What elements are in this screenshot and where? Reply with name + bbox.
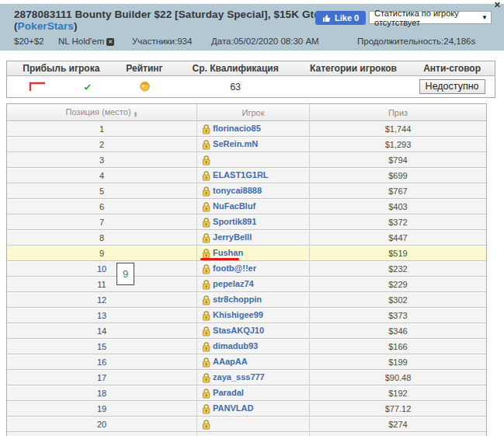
column-header-prize[interactable]: Приз bbox=[309, 104, 486, 121]
lock-icon bbox=[202, 342, 210, 352]
player-link[interactable]: NuFacBluf bbox=[213, 201, 255, 211]
buyin-value: $20+$2 bbox=[14, 37, 44, 46]
lock-icon bbox=[202, 280, 210, 290]
prize-cell: $447 bbox=[309, 230, 486, 246]
rating-cell bbox=[116, 76, 174, 97]
anti-collusion-button[interactable]: Недоступно bbox=[419, 79, 485, 94]
position-cell: 13 bbox=[7, 308, 196, 323]
player-link[interactable]: pepelaz74 bbox=[213, 279, 254, 288]
results-table: Позиция (место)▲▼ Игрок Приз 1 florinaci… bbox=[6, 103, 487, 436]
thumb-up-icon bbox=[322, 14, 331, 23]
lock-icon bbox=[202, 140, 210, 150]
column-header-position[interactable]: Позиция (место)▲▼ bbox=[7, 104, 196, 121]
lock-icon bbox=[202, 218, 210, 228]
lock-icon bbox=[202, 326, 210, 337]
position-cell: 3 bbox=[7, 152, 196, 168]
table-row: 10 footb@!!er $232 bbox=[7, 261, 486, 277]
position-cell: 15 bbox=[7, 339, 196, 354]
lock-icon bbox=[202, 373, 210, 383]
tournament-title: 2878083111 Bounty Builder $22 [Saturday … bbox=[14, 9, 325, 32]
table-row: 9 Fushan $519 bbox=[7, 246, 486, 261]
results-table-body: 1 florinacio85 $1,744 2 SeRein.mN $1,293… bbox=[7, 121, 486, 436]
table-row: 17 zaya_sss777 $90.48 bbox=[7, 370, 486, 385]
position-cell: 8 bbox=[7, 230, 196, 246]
player-link[interactable]: Khishigee99 bbox=[213, 310, 263, 319]
prize-cell: $302 bbox=[309, 292, 486, 308]
player-link[interactable]: florinacio85 bbox=[213, 124, 261, 133]
partial-row bbox=[7, 432, 486, 436]
profit-line-icon bbox=[29, 79, 46, 94]
lock-icon bbox=[202, 358, 210, 368]
table-row: 13 Khishigee99 $373 bbox=[7, 308, 486, 323]
lock-icon bbox=[202, 171, 210, 181]
lock-icon bbox=[202, 311, 210, 321]
facebook-like-button[interactable]: Like 0 bbox=[315, 11, 366, 25]
player-stats-dropdown[interactable]: Статистика по игроку отсутствует ▼ bbox=[369, 11, 492, 24]
table-row: 12 str8choppin $302 bbox=[7, 292, 486, 308]
position-cell: 11 bbox=[7, 277, 196, 292]
categories-cell bbox=[297, 76, 409, 97]
table-row: 8 JerryBelll $447 bbox=[7, 230, 486, 246]
pokerstars-link[interactable]: PokerStars bbox=[18, 20, 74, 32]
table-row: 2 SeRein.mN $1,293 bbox=[7, 137, 486, 152]
prize-cell: $232 bbox=[309, 261, 486, 277]
table-row: 11 pepelaz74 $229 bbox=[7, 277, 486, 292]
prize-cell: $767 bbox=[309, 183, 486, 199]
lock-icon bbox=[202, 187, 210, 197]
player-summary-table: Прибыль игрока Рейтинг Ср. Квалификация … bbox=[6, 61, 495, 98]
table-row: 7 Sportik891 $372 bbox=[7, 215, 486, 230]
table-row: 18 Paradal $192 bbox=[7, 385, 486, 401]
summary-col-categories: Категории игроков bbox=[297, 61, 409, 76]
participants-value: Участники:934 bbox=[132, 37, 192, 46]
player-link[interactable]: StasAKQJ10 bbox=[213, 326, 264, 335]
date-value: Дата:05/02/2020 08:30 AM bbox=[211, 37, 319, 46]
close-icon[interactable]: ✕ bbox=[494, 1, 501, 9]
player-link[interactable]: Paradal bbox=[213, 388, 244, 397]
lock-icon bbox=[202, 295, 210, 305]
prize-cell: $199 bbox=[309, 354, 486, 370]
player-link[interactable]: Sportik891 bbox=[213, 217, 256, 226]
lock-icon bbox=[202, 389, 210, 399]
player-link[interactable]: str8choppin bbox=[213, 295, 262, 304]
player-link[interactable]: tonycai8888 bbox=[213, 186, 262, 195]
player-link[interactable]: zaya_sss777 bbox=[213, 372, 265, 382]
column-header-player[interactable]: Игрок bbox=[196, 104, 309, 121]
sort-icon[interactable]: ▲▼ bbox=[134, 111, 138, 118]
player-link[interactable]: SeRein.mN bbox=[213, 139, 258, 148]
player-link[interactable]: JerryBelll bbox=[213, 232, 252, 242]
game-type: NL Hold'em✕ bbox=[58, 37, 114, 46]
position-cell: 18 bbox=[7, 385, 196, 401]
prize-cell: $229 bbox=[309, 277, 486, 292]
prize-cell: $77.12 bbox=[309, 401, 486, 417]
table-row: 20 $274 bbox=[7, 417, 486, 432]
player-link[interactable]: AAapAA bbox=[213, 357, 248, 366]
position-cell: 6 bbox=[7, 199, 196, 215]
player-link[interactable]: ELAST1G1RL bbox=[213, 170, 269, 180]
position-cell: 20 bbox=[7, 417, 196, 432]
prize-cell: $90.48 bbox=[309, 370, 486, 385]
position-cell: 16 bbox=[7, 354, 196, 370]
position-cell: 2 bbox=[7, 137, 196, 152]
avg-qualification-value: 63 bbox=[173, 76, 297, 97]
rating-icon bbox=[139, 83, 151, 94]
player-underline bbox=[200, 258, 239, 260]
duration-value: Продолжительность:24,186s bbox=[357, 37, 475, 46]
position-cell: 1 bbox=[7, 121, 196, 137]
trend-up-icon bbox=[84, 82, 91, 92]
like-button-label: Like 0 bbox=[335, 13, 359, 23]
table-row: 4 ELAST1G1RL $699 bbox=[7, 168, 486, 183]
prize-cell: $794 bbox=[309, 152, 486, 168]
player-link[interactable]: PANVLAD bbox=[213, 403, 253, 413]
position-cell: 4 bbox=[7, 168, 196, 183]
prize-cell: $346 bbox=[309, 323, 486, 339]
prize-cell: $403 bbox=[309, 199, 486, 215]
player-link[interactable]: dimadub93 bbox=[213, 341, 258, 351]
player-link[interactable]: Fushan bbox=[213, 248, 243, 257]
tournament-header-bar: 2878083111 Bounty Builder $22 [Saturday … bbox=[0, 4, 504, 51]
prize-cell: $274 bbox=[309, 417, 486, 432]
position-tooltip: 9 bbox=[116, 263, 134, 285]
lock-icon bbox=[202, 202, 210, 212]
player-link[interactable]: footb@!!er bbox=[213, 263, 256, 273]
table-row: 14 StasAKQJ10 $346 bbox=[7, 323, 486, 339]
position-cell: 9 bbox=[7, 246, 196, 261]
